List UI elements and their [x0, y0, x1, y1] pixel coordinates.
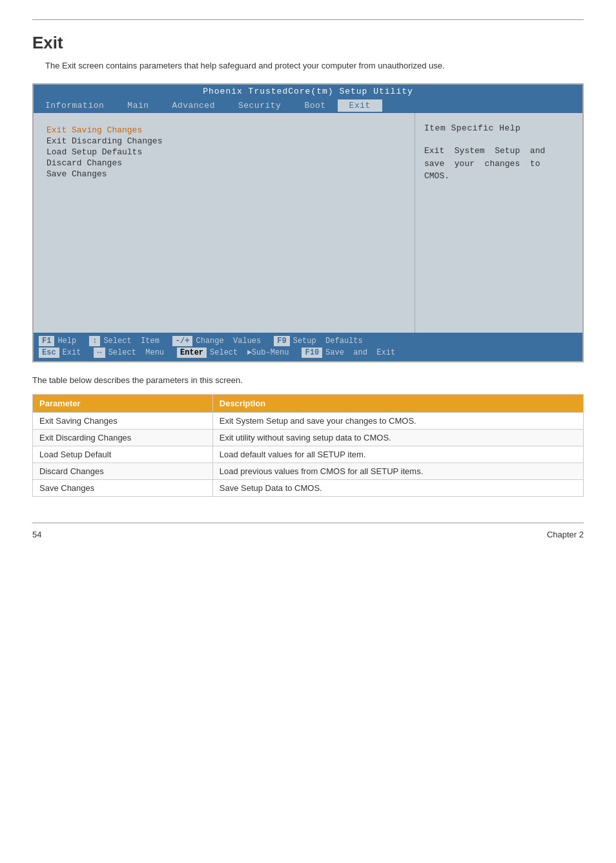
- bios-help-text: Exit System Setup andsave your changes t…: [424, 145, 573, 183]
- table-cell-description: Save Setup Data to CMOS.: [212, 480, 583, 497]
- menu-item-exit-saving[interactable]: Exit Saving Changes: [46, 125, 402, 136]
- footer-change-values-label: Change Values: [196, 337, 261, 346]
- nav-item-boot[interactable]: Boot: [293, 99, 337, 112]
- key-plusminus: -/+: [172, 336, 193, 346]
- footer-select-label: Select ►Sub-Menu: [210, 348, 289, 357]
- footer-esc: Esc Exit: [39, 348, 81, 358]
- footer-save-exit-label: Save and Exit: [325, 348, 395, 357]
- table-header-description: Description: [212, 395, 583, 413]
- table-row: Load Setup DefaultLoad default values fo…: [33, 446, 584, 463]
- footer-help-label: Help: [57, 337, 76, 346]
- footer-select-menu: ↔ Select Menu: [94, 348, 164, 358]
- key-f1: F1: [39, 336, 54, 346]
- bios-screen: Phoenix TrustedCore(tm) Setup Utility In…: [32, 83, 584, 362]
- footer-f9: F9 Setup Defaults: [274, 336, 362, 346]
- table-cell-parameter: Exit Saving Changes: [33, 413, 213, 430]
- description-text: The table below describes the parameters…: [32, 375, 584, 385]
- bios-title-bar: Phoenix TrustedCore(tm) Setup Utility: [34, 85, 582, 98]
- key-f9: F9: [274, 336, 289, 346]
- nav-item-security[interactable]: Security: [227, 99, 293, 112]
- menu-item-exit-discarding[interactable]: Exit Discarding Changes: [46, 136, 402, 147]
- footer-enter: Enter Select ►Sub-Menu: [177, 348, 289, 358]
- footer-setup-defaults-label: Setup Defaults: [293, 337, 363, 346]
- menu-item-save-changes[interactable]: Save Changes: [46, 169, 402, 180]
- table-cell-description: Exit utility without saving setup data t…: [212, 430, 583, 446]
- nav-item-advanced[interactable]: Advanced: [161, 99, 227, 112]
- intro-text: The Exit screen contains parameters that…: [45, 61, 584, 70]
- table-cell-description: Load default values for all SETUP item.: [212, 446, 583, 463]
- table-cell-parameter: Exit Discarding Changes: [33, 430, 213, 446]
- bios-help-title: Item Specific Help: [424, 123, 573, 133]
- table-row: Save ChangesSave Setup Data to CMOS.: [33, 480, 584, 497]
- param-table: Parameter Description Exit Saving Change…: [32, 394, 584, 497]
- page-title: Exit: [32, 33, 584, 53]
- table-row: Exit Discarding ChangesExit utility with…: [33, 430, 584, 446]
- key-leftright: ↔: [94, 348, 105, 358]
- key-enter: Enter: [177, 348, 207, 358]
- bottom-rule: [32, 523, 584, 523]
- table-row: Exit Saving ChangesExit System Setup and…: [33, 413, 584, 430]
- nav-item-exit[interactable]: Exit: [338, 99, 382, 112]
- menu-item-load-defaults[interactable]: Load Setup Defaults: [46, 147, 402, 158]
- table-row: Discard ChangesLoad previous values from…: [33, 463, 584, 480]
- bios-nav: Information Main Advanced Security Boot …: [34, 98, 582, 113]
- top-rule: [32, 19, 584, 20]
- bios-left-panel: Exit Saving Changes Exit Discarding Chan…: [34, 113, 415, 333]
- page-footer: 54 Chapter 2: [32, 530, 584, 539]
- page-container: Exit The Exit screen contains parameters…: [0, 0, 616, 863]
- bios-body: Exit Saving Changes Exit Discarding Chan…: [34, 113, 582, 333]
- footer-row-1: F1 Help ↕ Select Item -/+ Change Values …: [39, 335, 577, 347]
- key-f10: F10: [302, 348, 322, 358]
- key-updown: ↕: [89, 336, 100, 346]
- table-header-parameter: Parameter: [33, 395, 213, 413]
- bios-right-panel: Item Specific Help Exit System Setup and…: [415, 113, 582, 333]
- table-cell-parameter: Load Setup Default: [33, 446, 213, 463]
- footer-exit-label: Exit: [63, 348, 81, 357]
- chapter-label: Chapter 2: [547, 530, 584, 539]
- footer-select-menu-label: Select Menu: [108, 348, 164, 357]
- footer-change-values: -/+ Change Values: [172, 336, 261, 346]
- footer-row-2: Esc Exit ↔ Select Menu Enter Select ►Sub…: [39, 347, 577, 359]
- nav-item-main[interactable]: Main: [116, 99, 160, 112]
- table-cell-description: Load previous values from CMOS for all S…: [212, 463, 583, 480]
- table-cell-parameter: Discard Changes: [33, 463, 213, 480]
- footer-select-item: ↕ Select Item: [89, 336, 159, 346]
- table-cell-parameter: Save Changes: [33, 480, 213, 497]
- page-number: 54: [32, 530, 41, 539]
- footer-f1: F1 Help: [39, 336, 76, 346]
- bios-footer: F1 Help ↕ Select Item -/+ Change Values …: [34, 333, 582, 361]
- key-esc: Esc: [39, 348, 59, 358]
- nav-item-information[interactable]: Information: [34, 99, 116, 112]
- menu-item-discard-changes[interactable]: Discard Changes: [46, 158, 402, 169]
- footer-f10: F10 Save and Exit: [302, 348, 395, 358]
- table-cell-description: Exit System Setup and save your changes …: [212, 413, 583, 430]
- footer-select-item-label: Select Item: [103, 337, 159, 346]
